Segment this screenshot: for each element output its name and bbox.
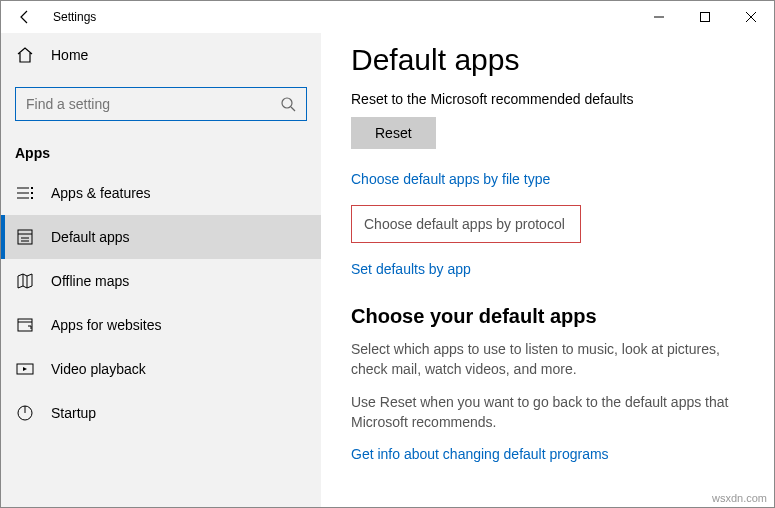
- main-content: Default apps Reset to the Microsoft reco…: [321, 33, 774, 507]
- choose-heading: Choose your default apps: [351, 305, 744, 328]
- maximize-button[interactable]: [682, 1, 728, 33]
- choose-paragraph: Select which apps to use to listen to mu…: [351, 340, 744, 379]
- default-apps-icon: [15, 228, 35, 246]
- back-button[interactable]: [1, 1, 49, 33]
- settings-window: Settings Home Apps: [0, 0, 775, 508]
- nav-label: Offline maps: [51, 273, 129, 289]
- page-heading: Default apps: [351, 43, 744, 77]
- apps-features-icon: [15, 184, 35, 202]
- nav-startup[interactable]: Startup: [1, 391, 321, 435]
- svg-line-3: [291, 107, 295, 111]
- reset-description: Reset to the Microsoft recommended defau…: [351, 91, 744, 107]
- nav-label: Default apps: [51, 229, 130, 245]
- close-button[interactable]: [728, 1, 774, 33]
- reset-button[interactable]: Reset: [351, 117, 436, 149]
- svg-marker-19: [23, 367, 27, 371]
- nav-offline-maps[interactable]: Offline maps: [1, 259, 321, 303]
- nav-label: Video playback: [51, 361, 146, 377]
- watermark: wsxdn.com: [712, 492, 767, 504]
- svg-rect-10: [18, 230, 32, 244]
- window-title: Settings: [49, 10, 96, 24]
- svg-rect-9: [31, 197, 33, 199]
- search-input[interactable]: [26, 96, 280, 112]
- svg-point-2: [282, 98, 292, 108]
- nav-label: Apps for websites: [51, 317, 162, 333]
- svg-rect-16: [18, 319, 32, 331]
- nav-apps-features[interactable]: Apps & features: [1, 171, 321, 215]
- link-protocol[interactable]: Choose default apps by protocol: [351, 205, 581, 243]
- titlebar: Settings: [1, 1, 774, 33]
- link-file-type[interactable]: Choose default apps by file type: [351, 171, 550, 187]
- nav-label: Startup: [51, 405, 96, 421]
- sidebar: Home Apps Apps & features Default ap: [1, 33, 321, 507]
- window-body: Home Apps Apps & features Default ap: [1, 33, 774, 507]
- svg-rect-1: [701, 13, 710, 22]
- nav-apps-for-websites[interactable]: Apps for websites: [1, 303, 321, 347]
- home-label: Home: [51, 47, 88, 63]
- home-nav[interactable]: Home: [1, 33, 321, 77]
- link-info[interactable]: Get info about changing default programs: [351, 446, 609, 462]
- nav-default-apps[interactable]: Default apps: [1, 215, 321, 259]
- video-playback-icon: [15, 360, 35, 378]
- home-icon: [15, 46, 35, 64]
- nav-label: Apps & features: [51, 185, 151, 201]
- apps-websites-icon: [15, 316, 35, 334]
- nav-video-playback[interactable]: Video playback: [1, 347, 321, 391]
- search-icon: [280, 96, 296, 112]
- reset-paragraph: Use Reset when you want to go back to th…: [351, 393, 744, 432]
- minimize-button[interactable]: [636, 1, 682, 33]
- startup-icon: [15, 404, 35, 422]
- offline-maps-icon: [15, 272, 35, 290]
- svg-rect-8: [31, 192, 33, 194]
- svg-rect-7: [31, 187, 33, 189]
- link-by-app[interactable]: Set defaults by app: [351, 261, 471, 277]
- section-heading: Apps: [1, 139, 321, 171]
- search-box[interactable]: [15, 87, 307, 121]
